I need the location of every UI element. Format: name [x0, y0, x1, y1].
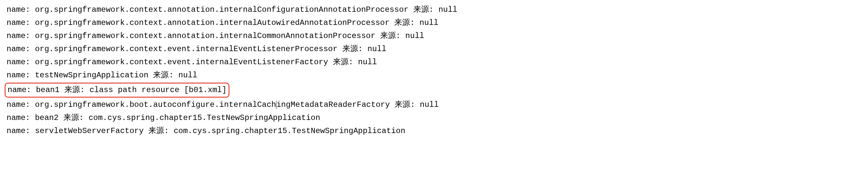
log-line[interactable]: name: org.springframework.context.event.…: [6, 56, 862, 69]
log-line-content: name: bean2 来源: com.cys.spring.chapter15…: [6, 112, 320, 124]
log-line[interactable]: name: testNewSpringApplication 来源: null: [6, 69, 862, 82]
log-line[interactable]: name: bean1 来源: class path resource [b01…: [6, 82, 862, 98]
log-line[interactable]: name: servletWebServerFactory 来源: com.cy…: [6, 125, 862, 138]
log-line[interactable]: name: bean2 来源: com.cys.spring.chapter15…: [6, 111, 862, 125]
log-line-content: name: org.springframework.context.event.…: [6, 43, 386, 55]
log-line-content: name: servletWebServerFactory 来源: com.cy…: [6, 125, 405, 137]
log-line-content: name: org.springframework.context.annota…: [6, 17, 438, 29]
log-line[interactable]: name: org.springframework.boot.autoconfi…: [6, 98, 862, 111]
log-line-content: name: org.springframework.context.annota…: [6, 30, 424, 42]
log-line-content: name: org.springframework.context.annota…: [6, 4, 457, 16]
log-line-content: name: bean1 来源: class path resource [b01…: [5, 82, 229, 98]
text-cursor: [276, 101, 276, 109]
log-line-content: name: org.springframework.boot.autoconfi…: [6, 99, 439, 111]
log-line[interactable]: name: org.springframework.context.annota…: [6, 30, 862, 43]
log-line-content: name: org.springframework.context.event.…: [6, 56, 377, 68]
log-line[interactable]: name: org.springframework.context.annota…: [6, 3, 862, 16]
console-output[interactable]: name: org.springframework.context.annota…: [6, 3, 862, 138]
log-line[interactable]: name: org.springframework.context.event.…: [6, 43, 862, 56]
log-line-content: name: testNewSpringApplication 来源: null: [6, 69, 197, 81]
log-line[interactable]: name: org.springframework.context.annota…: [6, 16, 862, 30]
